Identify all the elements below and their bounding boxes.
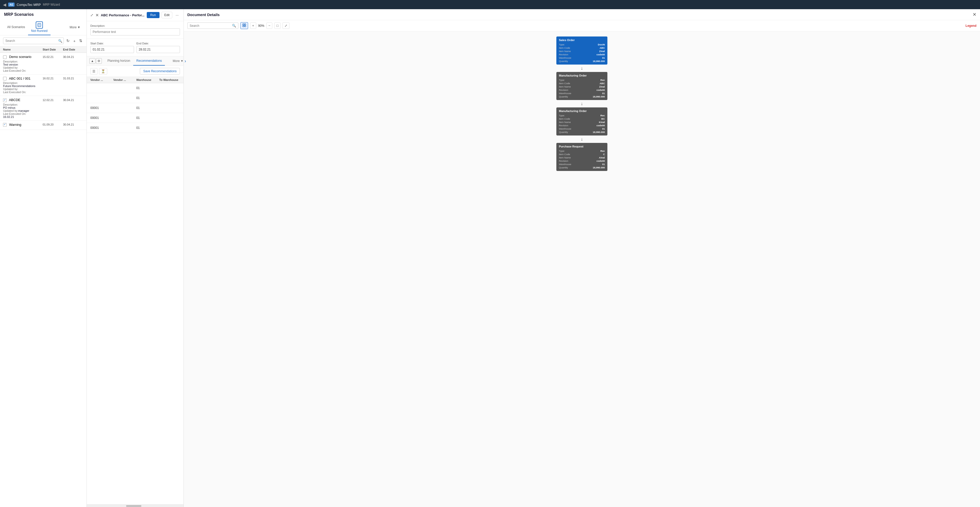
more-chevron-icon: ▼ bbox=[77, 25, 80, 29]
mfg-order-1-node[interactable]: Manufacturing Order Type:Rec Item CodeAB… bbox=[556, 72, 608, 100]
table-row: 01 bbox=[87, 93, 183, 103]
main-layout: MRP Scenarios All Scenarios Not Runned M… bbox=[0, 9, 980, 507]
purchase-request-title: Purchase Request bbox=[559, 145, 605, 148]
mfg-order-1-title: Manufacturing Order bbox=[559, 74, 605, 77]
zoom-in-button[interactable]: + bbox=[250, 22, 256, 29]
scenario-start-date: 12.02.21 bbox=[43, 99, 63, 102]
end-date-label: End Date: bbox=[137, 42, 180, 45]
topbar: ◀ AE CompuTec MRP MRP Wizard bbox=[0, 0, 980, 9]
tab-planning-horizon[interactable]: Planning horizon bbox=[104, 56, 133, 65]
scenario-check-icon bbox=[3, 99, 6, 102]
scenario-check-icon bbox=[3, 123, 6, 127]
tab-scroll-right-icon[interactable]: › bbox=[185, 59, 186, 64]
svg-rect-19 bbox=[245, 25, 246, 27]
cell-warehouse: 01 bbox=[136, 116, 159, 120]
doc-toolbar: 🔍 + 90% − □ ⤢ Legend bbox=[184, 20, 980, 32]
col-end-date: End Date bbox=[63, 48, 83, 51]
scenario-end-date: 30.04.21 bbox=[63, 123, 83, 126]
scenario-start-date: 01.09.20 bbox=[43, 123, 63, 126]
more-chevron-icon: ▼ bbox=[180, 59, 183, 63]
sales-order-node[interactable]: Sales Order Type:DocIN Item CodeABC Item… bbox=[556, 37, 608, 65]
start-date-input[interactable] bbox=[90, 46, 134, 53]
tab-all-scenarios[interactable]: All Scenarios bbox=[4, 23, 28, 32]
tab-more[interactable]: More ▼ bbox=[173, 56, 183, 65]
scenario-start-date: 16.02.21 bbox=[43, 77, 63, 80]
tab-recommendations[interactable]: Recommendations bbox=[133, 56, 165, 65]
end-date-input[interactable] bbox=[137, 46, 180, 53]
left-panel: MRP Scenarios All Scenarios Not Runned M… bbox=[0, 9, 87, 507]
list-item[interactable]: Demo scenario 15.02.21 30.04.21 Descript… bbox=[0, 53, 86, 75]
tab-all-label: All Scenarios bbox=[7, 25, 25, 29]
list-item[interactable]: ABC 001 / 001 16.02.21 31.03.21 Descript… bbox=[0, 75, 86, 96]
col-vendor2: Vendor ... bbox=[113, 78, 136, 81]
left-panel-title: MRP Scenarios bbox=[4, 12, 83, 17]
add-button[interactable]: + bbox=[72, 38, 76, 44]
zoom-out-button[interactable]: − bbox=[266, 22, 272, 29]
run-button[interactable]: Run bbox=[147, 12, 159, 18]
list-item[interactable]: ABCDE 12.02.21 30.04.21 Description: PO … bbox=[0, 96, 86, 121]
scenario-name: ABCDE bbox=[3, 98, 43, 102]
cell-warehouse: 01 bbox=[136, 86, 159, 90]
clock-button[interactable]: ⏳ bbox=[99, 68, 107, 75]
scenario-file-icon bbox=[3, 56, 6, 59]
back-button[interactable]: ◀ bbox=[3, 2, 6, 7]
arrow-2: ↓ bbox=[581, 101, 583, 106]
tab-settings-icon[interactable]: ⚙ bbox=[96, 58, 102, 64]
fit-view-button[interactable]: □ bbox=[274, 22, 280, 29]
search-icon[interactable]: 🔍 bbox=[58, 39, 62, 43]
tab-up-icon[interactable]: ▲ bbox=[89, 58, 95, 64]
list-item[interactable]: Warning 01.09.20 30.04.21 bbox=[0, 121, 86, 130]
resize-button[interactable]: ⤢ bbox=[90, 13, 94, 17]
svg-rect-16 bbox=[243, 24, 244, 25]
search-wrap: 🔍 bbox=[3, 38, 64, 44]
sales-order-fields: Type:DocIN Item CodeABC Item NameZinal R… bbox=[559, 43, 605, 62]
grid-view-button[interactable] bbox=[240, 22, 248, 29]
doc-search-icon[interactable]: 🔍 bbox=[232, 24, 236, 27]
zoom-level: 90% bbox=[258, 24, 264, 27]
search-input[interactable] bbox=[3, 38, 64, 44]
table-row: 00001 01 bbox=[87, 103, 183, 113]
tab-row: All Scenarios Not Runned More ▼ bbox=[4, 19, 83, 35]
end-date-field: End Date: bbox=[137, 42, 180, 53]
close-mid-panel-button[interactable]: ✕ bbox=[95, 13, 99, 17]
mfg-order-1-fields: Type:Rec Item CodeABC Item NameZinal Rev… bbox=[559, 79, 605, 98]
arrow-1: ↓ bbox=[581, 65, 583, 71]
col-vendor1: Vendor ... bbox=[90, 78, 113, 81]
flow-diagram: Sales Order Type:DocIN Item CodeABC Item… bbox=[550, 37, 614, 171]
sort-button[interactable]: ⇅ bbox=[78, 38, 83, 44]
more-button[interactable]: More ▼ bbox=[68, 24, 83, 30]
tab-icons: ▲ ⚙ bbox=[87, 56, 104, 65]
more-label: More bbox=[70, 25, 76, 29]
doc-search-input[interactable] bbox=[189, 24, 231, 27]
purchase-request-node[interactable]: Purchase Request Type:Rec Item CodeC Ite… bbox=[556, 143, 608, 171]
scenario-name: ABC 001 / 001 bbox=[3, 76, 43, 81]
right-panel-title: Document Details bbox=[187, 13, 970, 17]
horizontal-scrollbar[interactable] bbox=[87, 504, 183, 507]
app-logo: AE bbox=[8, 3, 14, 6]
edit-button[interactable]: Edit bbox=[162, 12, 172, 18]
refresh-button[interactable]: ↻ bbox=[65, 38, 71, 44]
filter-button[interactable]: ☰ bbox=[90, 68, 97, 75]
cell-warehouse: 01 bbox=[136, 126, 159, 130]
svg-rect-17 bbox=[245, 24, 246, 25]
description-input[interactable] bbox=[90, 28, 180, 35]
cell-vendor1: 00001 bbox=[90, 126, 113, 130]
col-warehouse: Warehouse bbox=[136, 78, 159, 81]
tab-not-runned[interactable]: Not Runned bbox=[28, 19, 51, 35]
legend-label: Legend bbox=[966, 24, 977, 27]
dates-section: Start Date: End Date: bbox=[87, 39, 183, 56]
mfg-order-2-fields: Type:Rec Item CodeBC Item NameKinal Revi… bbox=[559, 114, 605, 134]
start-date-field: Start Date: bbox=[90, 42, 134, 53]
close-right-panel-button[interactable]: ✕ bbox=[973, 12, 977, 17]
col-start-date: Start Date bbox=[43, 48, 63, 51]
scrollbar-thumb[interactable] bbox=[126, 505, 142, 507]
save-recommendations-button[interactable]: Save Recommendations bbox=[140, 68, 180, 75]
description-section: Description: bbox=[87, 21, 183, 39]
fullscreen-button[interactable]: ⤢ bbox=[283, 22, 290, 29]
description-label: Description: bbox=[90, 24, 180, 27]
more-options-button[interactable]: ··· bbox=[174, 12, 180, 18]
table-row: 01 bbox=[87, 83, 183, 93]
app-name: CompuTec MRP bbox=[17, 3, 41, 6]
mfg-order-2-node[interactable]: Manufacturing Order Type:Rec Item CodeBC… bbox=[556, 107, 608, 135]
right-panel-header: Document Details ✕ bbox=[184, 9, 980, 20]
